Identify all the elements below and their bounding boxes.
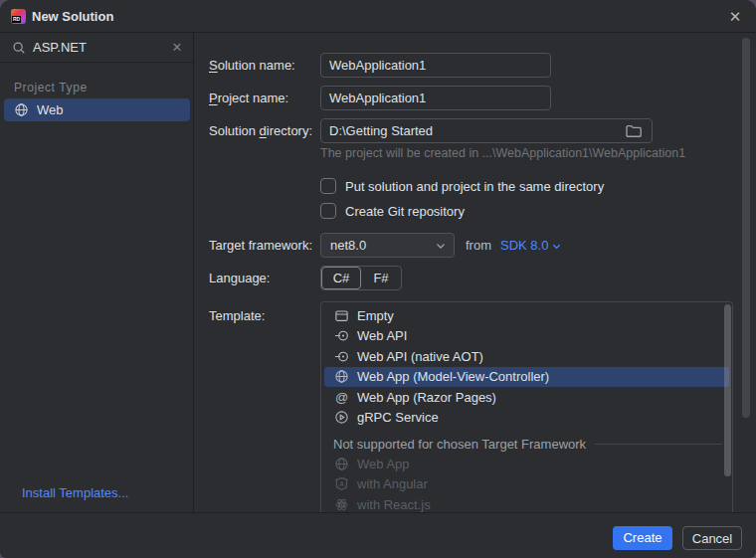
template-item-web-api[interactable]: Web API bbox=[324, 326, 729, 347]
svg-text:A: A bbox=[339, 480, 344, 487]
solution-name-field[interactable] bbox=[320, 53, 551, 78]
checkbox-label: Create Git repository bbox=[345, 204, 465, 219]
main-panel: Solution name: Project name: Solution di… bbox=[195, 33, 756, 512]
sdk-dropdown-link[interactable]: SDK 8.0 bbox=[500, 233, 562, 258]
checkbox-label: Put solution and project in the same dir… bbox=[345, 179, 604, 194]
project-type-header: Project Type bbox=[14, 81, 88, 94]
target-framework-value: net8.0 bbox=[330, 238, 366, 253]
language-option-fsharp[interactable]: F# bbox=[361, 267, 401, 289]
window-title: New Solution bbox=[32, 0, 113, 33]
sidebar-item-web[interactable]: Web bbox=[4, 98, 190, 121]
group-header-rule bbox=[595, 444, 722, 445]
language-option-csharp[interactable]: C# bbox=[321, 267, 361, 289]
globe-icon bbox=[334, 369, 349, 384]
template-item-with-angular[interactable]: A with Angular bbox=[324, 474, 729, 495]
create-button[interactable]: Create bbox=[613, 526, 672, 550]
angular-icon: A bbox=[334, 476, 349, 491]
grpc-icon bbox=[334, 410, 349, 425]
install-templates-link[interactable]: Install Templates... bbox=[22, 485, 128, 500]
solution-directory-field[interactable] bbox=[320, 118, 653, 143]
search-query: ASP.NET bbox=[33, 33, 87, 63]
language-label: Language: bbox=[209, 266, 270, 290]
checkbox-icon bbox=[320, 178, 336, 194]
empty-template-icon bbox=[334, 308, 349, 323]
web-api-icon bbox=[334, 349, 349, 364]
rider-logo-icon: RD bbox=[11, 9, 26, 24]
new-solution-dialog: RD New Solution ✕ ASP.NET ✕ Project Type… bbox=[0, 0, 756, 558]
template-list-scrollbar[interactable] bbox=[724, 304, 731, 476]
project-name-label: Project name: bbox=[209, 86, 288, 110]
language-toggle: C# F# bbox=[320, 266, 402, 290]
react-icon bbox=[334, 497, 349, 512]
template-item-with-react[interactable]: with React.js bbox=[324, 494, 729, 512]
checkbox-same-directory[interactable]: Put solution and project in the same dir… bbox=[320, 177, 604, 195]
target-framework-select[interactable]: net8.0 bbox=[320, 233, 455, 258]
clear-search-icon[interactable]: ✕ bbox=[170, 41, 184, 55]
template-item-web-api-aot[interactable]: Web API (native AOT) bbox=[324, 346, 729, 367]
checkbox-icon bbox=[320, 203, 336, 219]
template-label: Template: bbox=[209, 303, 265, 328]
template-item-web-app-disabled[interactable]: Web App bbox=[324, 454, 729, 474]
chevron-down-icon bbox=[435, 240, 447, 252]
template-item-grpc[interactable]: gRPC Service bbox=[324, 408, 729, 429]
folder-icon[interactable] bbox=[625, 122, 643, 140]
template-item-web-app-mvc[interactable]: Web App (Model-View-Controller) bbox=[324, 367, 729, 388]
sdk-value: SDK 8.0 bbox=[500, 233, 548, 258]
globe-icon bbox=[334, 457, 349, 471]
at-sign-icon: @ bbox=[334, 390, 349, 405]
chevron-down-icon bbox=[551, 241, 562, 252]
dialog-scrollbar[interactable] bbox=[742, 38, 750, 418]
close-icon[interactable]: ✕ bbox=[726, 8, 744, 26]
directory-hint: The project will be created in ...\WebAp… bbox=[320, 146, 685, 160]
from-label: from bbox=[466, 233, 491, 258]
template-item-web-app-razor[interactable]: @ Web App (Razor Pages) bbox=[324, 387, 729, 408]
footer: Create Cancel bbox=[0, 512, 756, 558]
checkbox-create-git[interactable]: Create Git repository bbox=[320, 202, 465, 220]
project-name-field[interactable] bbox=[320, 86, 551, 110]
title-bar: RD New Solution ✕ bbox=[0, 0, 756, 33]
globe-icon bbox=[14, 102, 29, 117]
search-input[interactable]: ASP.NET ✕ bbox=[0, 33, 194, 63]
search-icon bbox=[12, 41, 26, 55]
template-list: Empty Web API Web API (native AOT) Web A… bbox=[320, 301, 733, 512]
sidebar: ASP.NET ✕ Project Type Web Install Templ… bbox=[0, 33, 194, 512]
template-item-empty[interactable]: Empty bbox=[324, 305, 729, 326]
solution-name-label: Solution name: bbox=[209, 53, 295, 78]
solution-directory-label: Solution directory: bbox=[209, 118, 312, 143]
cancel-button[interactable]: Cancel bbox=[682, 526, 742, 550]
web-api-icon bbox=[334, 328, 349, 343]
group-header-not-supported: Not supported for chosen Target Framewor… bbox=[321, 428, 732, 454]
sidebar-item-label: Web bbox=[37, 102, 64, 117]
target-framework-label: Target framework: bbox=[209, 233, 312, 258]
